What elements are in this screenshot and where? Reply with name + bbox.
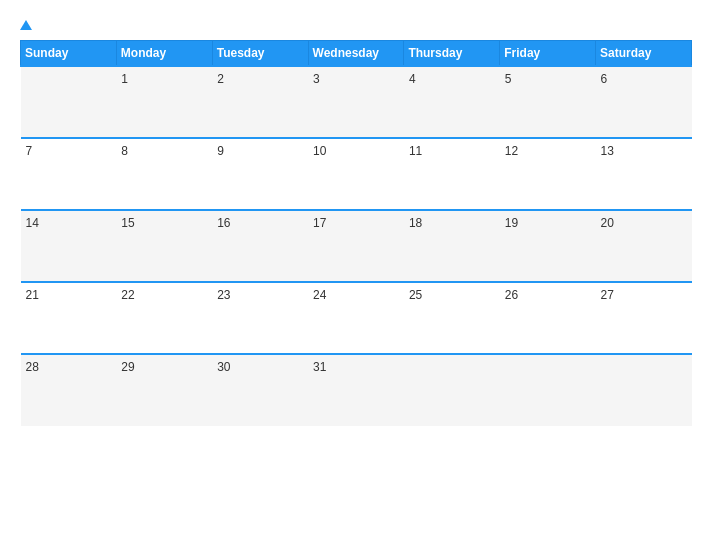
day-number: 4 <box>409 72 416 86</box>
calendar-day-cell: 30 <box>212 354 308 426</box>
calendar-day-cell: 11 <box>404 138 500 210</box>
calendar-day-cell: 9 <box>212 138 308 210</box>
day-of-week-tuesday: Tuesday <box>212 41 308 67</box>
day-number: 16 <box>217 216 230 230</box>
calendar-day-cell: 25 <box>404 282 500 354</box>
day-number: 22 <box>121 288 134 302</box>
day-number: 26 <box>505 288 518 302</box>
day-number: 8 <box>121 144 128 158</box>
day-of-week-saturday: Saturday <box>596 41 692 67</box>
calendar-day-cell: 6 <box>596 66 692 138</box>
calendar-week-row: 123456 <box>21 66 692 138</box>
calendar-week-row: 28293031 <box>21 354 692 426</box>
calendar-day-cell: 1 <box>116 66 212 138</box>
day-number: 5 <box>505 72 512 86</box>
calendar-day-cell: 14 <box>21 210 117 282</box>
calendar-day-cell: 10 <box>308 138 404 210</box>
calendar-day-cell: 16 <box>212 210 308 282</box>
day-number: 9 <box>217 144 224 158</box>
day-number: 24 <box>313 288 326 302</box>
day-of-week-friday: Friday <box>500 41 596 67</box>
day-number: 18 <box>409 216 422 230</box>
day-number: 21 <box>26 288 39 302</box>
calendar-day-cell: 20 <box>596 210 692 282</box>
day-number: 20 <box>601 216 614 230</box>
calendar-day-cell: 24 <box>308 282 404 354</box>
logo <box>20 20 35 30</box>
calendar-day-cell <box>404 354 500 426</box>
calendar-day-cell: 18 <box>404 210 500 282</box>
calendar-day-cell: 13 <box>596 138 692 210</box>
day-number: 7 <box>26 144 33 158</box>
calendar-day-cell: 19 <box>500 210 596 282</box>
calendar-day-cell: 3 <box>308 66 404 138</box>
day-number: 2 <box>217 72 224 86</box>
day-number: 29 <box>121 360 134 374</box>
day-number: 19 <box>505 216 518 230</box>
calendar-day-cell: 5 <box>500 66 596 138</box>
days-of-week-row: SundayMondayTuesdayWednesdayThursdayFrid… <box>21 41 692 67</box>
day-of-week-monday: Monday <box>116 41 212 67</box>
calendar-day-cell: 26 <box>500 282 596 354</box>
day-number: 30 <box>217 360 230 374</box>
calendar-day-cell: 21 <box>21 282 117 354</box>
logo-blue-text <box>20 20 35 30</box>
calendar-day-cell: 7 <box>21 138 117 210</box>
day-number: 6 <box>601 72 608 86</box>
day-of-week-wednesday: Wednesday <box>308 41 404 67</box>
day-number: 3 <box>313 72 320 86</box>
day-number: 15 <box>121 216 134 230</box>
day-number: 14 <box>26 216 39 230</box>
calendar-day-cell: 23 <box>212 282 308 354</box>
calendar-day-cell <box>596 354 692 426</box>
calendar-day-cell: 4 <box>404 66 500 138</box>
calendar-day-cell: 27 <box>596 282 692 354</box>
day-number: 12 <box>505 144 518 158</box>
day-number: 23 <box>217 288 230 302</box>
day-of-week-thursday: Thursday <box>404 41 500 67</box>
calendar-day-cell: 12 <box>500 138 596 210</box>
day-number: 27 <box>601 288 614 302</box>
calendar-day-cell: 15 <box>116 210 212 282</box>
calendar-day-cell: 29 <box>116 354 212 426</box>
calendar-day-cell: 17 <box>308 210 404 282</box>
calendar-header-row: SundayMondayTuesdayWednesdayThursdayFrid… <box>21 41 692 67</box>
day-number: 17 <box>313 216 326 230</box>
calendar-day-cell <box>500 354 596 426</box>
day-number: 1 <box>121 72 128 86</box>
calendar-page: SundayMondayTuesdayWednesdayThursdayFrid… <box>0 0 712 550</box>
calendar-week-row: 14151617181920 <box>21 210 692 282</box>
calendar-day-cell: 2 <box>212 66 308 138</box>
day-number: 10 <box>313 144 326 158</box>
day-number: 28 <box>26 360 39 374</box>
calendar-day-cell: 28 <box>21 354 117 426</box>
calendar-week-row: 78910111213 <box>21 138 692 210</box>
calendar-day-cell: 31 <box>308 354 404 426</box>
day-number: 31 <box>313 360 326 374</box>
calendar-day-cell: 8 <box>116 138 212 210</box>
calendar-day-cell <box>21 66 117 138</box>
calendar-table: SundayMondayTuesdayWednesdayThursdayFrid… <box>20 40 692 426</box>
day-number: 25 <box>409 288 422 302</box>
day-number: 13 <box>601 144 614 158</box>
calendar-week-row: 21222324252627 <box>21 282 692 354</box>
calendar-header <box>20 20 692 30</box>
calendar-day-cell: 22 <box>116 282 212 354</box>
logo-triangle-icon <box>20 20 32 30</box>
day-of-week-sunday: Sunday <box>21 41 117 67</box>
calendar-body: 1234567891011121314151617181920212223242… <box>21 66 692 426</box>
day-number: 11 <box>409 144 422 158</box>
